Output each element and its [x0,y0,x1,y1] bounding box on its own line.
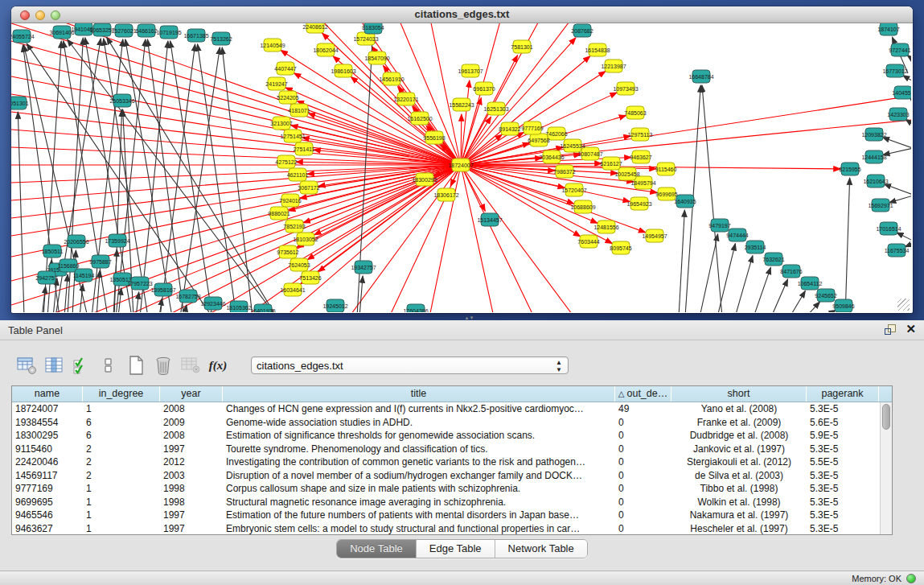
table-cell[interactable]: 6 [83,429,160,443]
table-cell[interactable]: Estimation of significance thresholds fo… [223,429,615,443]
table-cell[interactable]: 9465546 [12,509,83,522]
table-cell[interactable]: 5.3E-5 [807,482,879,496]
table-cell[interactable]: 1 [83,496,160,509]
table-cell[interactable]: Estimation of the future numbers of pati… [223,509,615,522]
table-cell[interactable]: 5.3E-5 [807,469,879,483]
table-cell[interactable]: 0 [615,443,671,456]
table-cell[interactable]: 1 [83,402,160,416]
table-cell[interactable]: 5.3E-5 [807,402,879,416]
select-all-columns-button[interactable] [69,353,93,377]
window-resize-grip[interactable] [897,299,910,311]
table-cell[interactable]: Wolkin et al. (1998) [671,496,807,509]
table-cell[interactable]: 2 [83,443,160,456]
table-cell[interactable]: Dudbridge et al. (2008) [671,429,807,443]
table-vertical-scrollbar[interactable] [880,402,892,534]
table-cell[interactable]: 5.3E-5 [807,443,879,456]
network-canvas[interactable]: 1872400712140549440744722408612180620441… [11,23,911,312]
tab-edge-table[interactable]: Edge Table [417,540,495,558]
table-cell[interactable]: 1 [83,482,160,496]
column-header-pagerank[interactable]: pagerank [807,386,879,402]
table-cell[interactable]: 5.6E-5 [807,416,879,430]
table-cell[interactable]: Yano et al. (2008) [671,402,807,416]
minimize-window-icon[interactable] [35,10,45,20]
table-cell[interactable]: Corpus callosum shape and size in male p… [223,482,615,496]
table-cell[interactable]: 5.9E-5 [807,429,879,443]
table-cell[interactable]: Stergiakouli et al. (2012) [671,455,807,469]
table-cell[interactable]: 5.5E-5 [807,455,879,469]
window-titlebar[interactable]: citations_edges.txt [11,6,913,23]
function-builder-button[interactable]: f(x) [206,353,230,377]
table-cell[interactable]: 5.3E-5 [807,509,879,522]
zoom-window-icon[interactable] [51,10,60,20]
column-header-short[interactable]: short [671,386,807,402]
table-cell[interactable]: Disruption of a novel member of a sodium… [223,469,615,483]
table-cell[interactable]: 1997 [160,522,223,535]
table-cell[interactable]: 1997 [160,509,223,522]
table-cell[interactable]: 1 [83,522,160,535]
table-cell[interactable]: 2008 [160,429,223,443]
column-header-year[interactable]: year [160,386,223,402]
network-view-window[interactable]: citations_edges.txt 18724007121405494407… [11,6,913,313]
table-cell[interactable]: 2012 [160,455,223,469]
table-cell[interactable]: 6 [83,416,160,430]
table-cell[interactable]: 2008 [160,402,223,416]
table-cell[interactable]: 14569117 [12,469,83,483]
column-header-out_de[interactable]: △out_de… [615,386,671,402]
table-cell[interactable]: 49 [615,402,671,416]
table-row[interactable]: 946362711997Embryonic stem cells: a mode… [12,522,880,535]
table-cell[interactable]: 0 [615,429,671,443]
table-cell[interactable]: 0 [615,509,671,522]
table-cell[interactable]: 18300295 [12,429,83,443]
table-cell[interactable]: 0 [615,522,671,535]
table-cell[interactable]: 0 [615,416,671,430]
table-cell[interactable]: 0 [615,455,671,469]
column-header-in_degree[interactable]: in_degree [83,386,160,402]
table-cell[interactable]: Tibbo et al. (1998) [671,482,807,496]
table-cell[interactable]: 1998 [160,482,223,496]
table-cell[interactable]: 9115460 [12,443,83,456]
table-cell[interactable]: 2 [83,469,160,483]
column-visibility-button[interactable] [42,353,66,377]
table-cell[interactable]: Tourette syndrome. Phenomenology and cla… [223,443,615,456]
table-row[interactable]: 1872400712008Changes of HCN gene express… [12,402,880,416]
table-cell[interactable]: Embryonic stem cells: a model to study s… [223,522,615,535]
table-cell[interactable]: 5.3E-5 [807,522,879,535]
table-mode-button[interactable] [14,353,39,377]
table-cell[interactable]: Hescheler et al. (1997) [671,522,807,535]
create-column-button[interactable] [124,353,148,377]
table-cell[interactable]: 9699695 [12,496,83,509]
panel-divider-handle[interactable]: ▲▼ [462,316,477,320]
table-cell[interactable]: Changes of HCN gene expression and I(f) … [223,402,615,416]
table-row[interactable]: 911546021997Tourette syndrome. Phenomeno… [12,443,880,456]
table-row[interactable]: 1938455462009Genome-wide association stu… [12,416,880,430]
delete-columns-button[interactable] [151,353,175,377]
table-row[interactable]: 977716911998Corpus callosum shape and si… [12,482,880,496]
table-cell[interactable]: de Silva et al. (2003) [671,469,807,483]
table-cell[interactable]: 2003 [160,469,223,483]
table-row[interactable]: 946554611997Estimation of the future num… [12,509,880,522]
table-cell[interactable]: 0 [615,496,671,509]
table-cell[interactable]: Structural magnetic resonance image aver… [223,496,615,509]
table-cell[interactable]: 22420046 [12,455,83,469]
table-row[interactable]: 1456911722003Disruption of a novel membe… [12,469,880,483]
scrollbar-thumb[interactable] [882,404,890,430]
table-cell[interactable]: 18724007 [12,402,83,416]
table-row[interactable]: 2242004622012Investigating the contribut… [12,455,880,469]
close-panel-icon[interactable]: ✕ [906,323,916,335]
table-cell[interactable]: 0 [615,469,671,483]
table-cell[interactable]: 1998 [160,496,223,509]
close-window-icon[interactable] [20,10,30,20]
tab-node-table[interactable]: Node Table [337,540,417,558]
table-cell[interactable]: 0 [615,482,671,496]
table-cell[interactable]: 9463627 [12,522,83,535]
table-cell[interactable]: 1997 [160,443,223,456]
float-panel-icon[interactable] [885,323,896,335]
table-selector-dropdown[interactable]: citations_edges.txt ▲▼ [251,356,569,374]
table-cell[interactable]: Franke et al. (2009) [671,416,807,430]
table-row[interactable]: 1830029562008Estimation of significance … [12,429,880,443]
tab-network-table[interactable]: Network Table [495,540,587,558]
table-row[interactable]: 969969511998Structural magnetic resonanc… [12,496,880,509]
table-cell[interactable]: 19384554 [12,416,83,430]
table-cell[interactable]: Genome-wide association studies in ADHD. [223,416,615,430]
column-header-title[interactable]: title [223,386,615,402]
